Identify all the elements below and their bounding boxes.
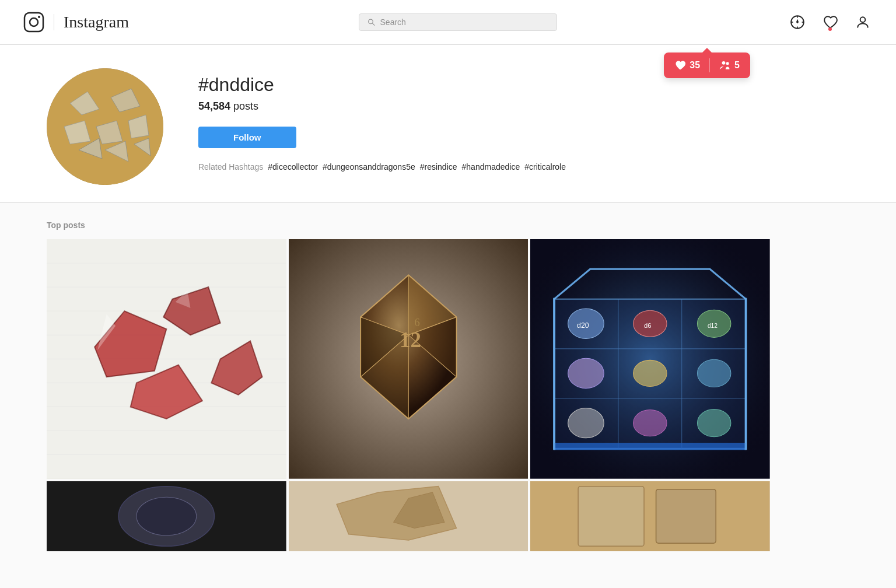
post-image-5 (289, 481, 528, 551)
profile-section: #dnddice 54,584 posts Follow Related Has… (0, 45, 896, 203)
avatar-image (47, 68, 163, 185)
search-box[interactable] (359, 13, 557, 31)
related-tag-1[interactable]: #dicecollector (268, 162, 318, 172)
header-icons (788, 12, 873, 32)
post-image-4 (47, 481, 286, 551)
logo-container: Instagram (23, 12, 129, 33)
svg-rect-73 (745, 298, 747, 450)
heart-count: 35 (690, 60, 700, 71)
post-image-1 (47, 239, 286, 479)
logo-divider (54, 14, 54, 30)
heart-notification: 35 (674, 60, 700, 71)
related-tag-5[interactable]: #criticalrole (524, 162, 566, 172)
svg-point-66 (634, 360, 667, 386)
svg-rect-81 (578, 486, 644, 546)
section-title: Top posts (47, 220, 770, 230)
post-item-1[interactable] (47, 239, 286, 479)
follow-button[interactable]: Follow (198, 127, 296, 148)
people-count: 5 (734, 60, 740, 71)
compass-icon (790, 15, 805, 30)
related-tag-4[interactable]: #handmadedice (462, 162, 520, 172)
svg-point-68 (568, 408, 604, 438)
post-item-3[interactable]: d20 d6 d12 (530, 239, 770, 479)
svg-rect-71 (554, 443, 746, 450)
search-area (129, 13, 788, 31)
svg-rect-82 (656, 489, 716, 542)
post-image-6 (530, 481, 770, 551)
related-hashtags: Related Hashtags #dicecollector #dungeon… (198, 162, 747, 172)
posts-grid: 12 6 (47, 239, 770, 551)
svg-marker-10 (796, 19, 799, 24)
svg-point-76 (136, 497, 197, 536)
notif-divider (709, 58, 710, 72)
heart-notif-icon (674, 60, 686, 71)
svg-rect-0 (24, 13, 43, 32)
svg-point-1 (30, 18, 38, 26)
svg-point-12 (722, 61, 726, 65)
hashtag-title: #dnddice (198, 74, 747, 96)
profile-icon (855, 15, 870, 30)
post-image-3: d20 d6 d12 (530, 239, 770, 479)
logo-text: Instagram (64, 13, 129, 32)
people-notification: 5 (719, 60, 740, 71)
svg-point-67 (698, 359, 731, 387)
profile-button[interactable] (853, 12, 873, 32)
post-item-5[interactable] (289, 481, 528, 551)
notification-dot (828, 27, 832, 31)
svg-text:d6: d6 (644, 322, 652, 329)
posts-section: Top posts (0, 203, 817, 569)
svg-rect-72 (553, 298, 555, 450)
svg-point-69 (634, 410, 667, 436)
post-item-2[interactable]: 12 6 (289, 239, 528, 479)
svg-text:6: 6 (414, 317, 419, 328)
heart-button[interactable] (820, 12, 840, 32)
instagram-logo-icon (23, 12, 44, 33)
profile-info: #dnddice 54,584 posts Follow Related Has… (198, 68, 747, 172)
post-count: 54,584 posts (198, 100, 747, 113)
related-tag-3[interactable]: #resindice (420, 162, 457, 172)
svg-text:d20: d20 (577, 321, 589, 330)
svg-point-65 (568, 358, 604, 388)
avatar-container (47, 68, 163, 185)
related-tag-2[interactable]: #dungeonsanddragons5e (323, 162, 415, 172)
notification-popup: 35 5 (664, 52, 750, 78)
svg-point-11 (860, 17, 866, 22)
svg-line-4 (373, 23, 375, 26)
svg-point-70 (698, 410, 731, 437)
svg-text:12: 12 (400, 328, 421, 352)
related-label: Related Hashtags (198, 162, 263, 172)
post-item-6[interactable] (530, 481, 770, 551)
header: Instagram (0, 0, 896, 45)
post-image-2: 12 6 (289, 239, 528, 479)
svg-text:d12: d12 (708, 323, 718, 329)
people-notif-icon (719, 60, 731, 71)
post-item-4[interactable] (47, 481, 286, 551)
compass-button[interactable] (788, 12, 807, 32)
search-input[interactable] (380, 18, 549, 27)
svg-point-13 (726, 62, 729, 65)
search-icon (368, 18, 375, 26)
svg-rect-80 (530, 481, 770, 551)
svg-point-2 (38, 16, 40, 18)
avatar (47, 68, 163, 185)
profile-content: #dnddice 54,584 posts Follow Related Has… (47, 68, 747, 185)
